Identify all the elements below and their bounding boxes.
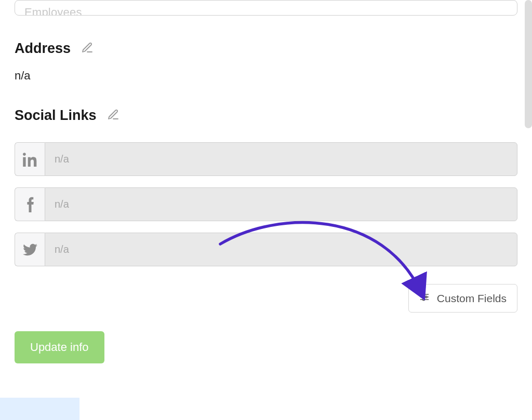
social-links-heading: Social Links (15, 107, 97, 124)
sliders-icon (419, 292, 430, 305)
twitter-icon (15, 233, 45, 266)
linkedin-input[interactable] (45, 142, 517, 176)
address-heading: Address (15, 40, 71, 57)
facebook-icon (15, 187, 45, 221)
custom-fields-row: Custom Fields (15, 284, 517, 313)
scrollbar-thumb[interactable] (525, 0, 532, 128)
update-info-button[interactable]: Update info (15, 331, 104, 363)
svg-point-3 (422, 293, 423, 295)
edit-address-icon[interactable] (81, 42, 94, 56)
social-links-section-header: Social Links (15, 107, 517, 124)
edit-social-links-icon[interactable] (107, 109, 119, 123)
address-value: n/a (15, 69, 517, 83)
custom-fields-button[interactable]: Custom Fields (408, 284, 517, 313)
address-section-header: Address (15, 40, 517, 57)
custom-fields-label: Custom Fields (437, 292, 507, 305)
social-links-list (15, 142, 517, 266)
twitter-row (15, 233, 517, 266)
linkedin-icon (15, 142, 45, 176)
linkedin-row (15, 142, 517, 176)
employees-placeholder: Employees (24, 10, 82, 15)
employees-input-container: Employees (15, 0, 517, 16)
bottom-panel-fragment (0, 398, 79, 420)
twitter-input[interactable] (45, 233, 517, 266)
facebook-row (15, 187, 517, 221)
facebook-input[interactable] (45, 187, 517, 221)
svg-point-4 (425, 296, 427, 297)
svg-point-5 (422, 299, 424, 300)
